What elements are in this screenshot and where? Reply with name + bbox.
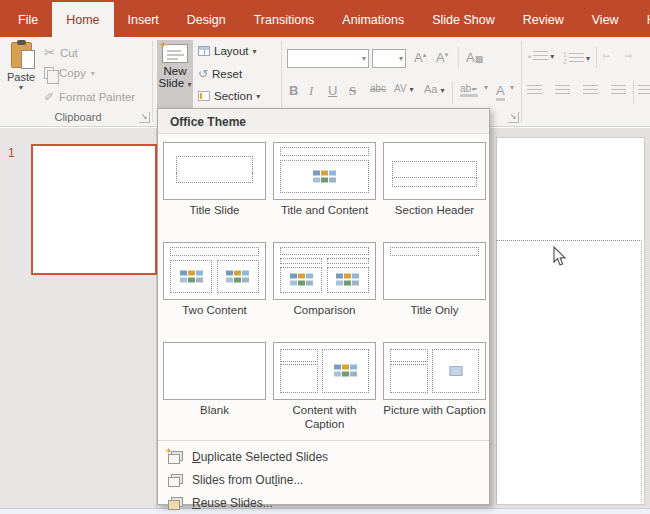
- layout-thumbnail: [163, 342, 266, 400]
- duplicate-slides-icon: ✦: [168, 451, 182, 462]
- layout-title-slide[interactable]: Title Slide: [163, 142, 266, 242]
- new-slide-button[interactable]: ✦ New Slide ▾: [157, 40, 193, 109]
- layout-section-header[interactable]: Section Header: [383, 142, 486, 242]
- tab-help[interactable]: Help: [633, 2, 650, 37]
- content-icons: [288, 273, 314, 286]
- slide-number: 1: [8, 146, 15, 160]
- menu-item-reuse-slides[interactable]: Reuse Slides...: [158, 491, 489, 514]
- paste-dropdown-caret[interactable]: ▾: [4, 83, 38, 92]
- copy-button[interactable]: Copy ▾: [44, 67, 95, 79]
- columns-button[interactable]: [638, 85, 650, 96]
- tab-insert[interactable]: Insert: [114, 2, 173, 37]
- text-shadow-button[interactable]: S: [349, 83, 356, 99]
- layout-thumbnail: [383, 142, 486, 200]
- layout-content-with-caption[interactable]: Content with Caption: [273, 342, 376, 434]
- menu-item-slides-from-outline[interactable]: Slides from Outline...: [158, 468, 489, 491]
- section-button[interactable]: Section ▾: [198, 90, 260, 102]
- content-icons: [333, 364, 359, 377]
- highlight-color-button[interactable]: ab✒: [460, 83, 478, 97]
- layout-button[interactable]: Layout ▾: [198, 45, 257, 57]
- content-placeholder-outline[interactable]: [496, 240, 642, 502]
- menu-separator: [158, 440, 489, 441]
- font-size-dropdown-caret[interactable]: ▾: [399, 54, 403, 63]
- clear-formatting-button[interactable]: A▩: [466, 50, 483, 65]
- group-separator: [521, 41, 522, 122]
- section-dropdown-caret: ▾: [256, 92, 260, 101]
- clipboard-group-label: Clipboard: [18, 111, 138, 123]
- copy-icon: [44, 67, 54, 79]
- slides-from-outline-icon: [168, 474, 182, 485]
- layout-title-only[interactable]: Title Only: [383, 242, 486, 342]
- reset-button[interactable]: ↺ Reset: [198, 67, 242, 81]
- menu-item-duplicate-selected-slides[interactable]: ✦ Duplicate Selected Slides: [158, 445, 489, 468]
- slide-1-thumbnail[interactable]: [31, 144, 157, 275]
- align-right-button[interactable]: [583, 85, 598, 96]
- tab-animations[interactable]: Animations: [328, 2, 418, 37]
- content-icons: [335, 273, 361, 286]
- highlight-dropdown-caret[interactable]: ▾: [484, 83, 488, 92]
- justify-button[interactable]: [611, 85, 626, 96]
- font-name-combobox[interactable]: ▾: [287, 49, 369, 68]
- layout-title-and-content[interactable]: Title and Content: [273, 142, 376, 242]
- layout-comparison[interactable]: Comparison: [273, 242, 376, 342]
- change-case-button[interactable]: Aa ▾: [424, 83, 445, 95]
- font-color-dropdown-caret[interactable]: ▾: [510, 83, 514, 92]
- layout-dropdown-caret: ▾: [253, 47, 257, 56]
- paste-button[interactable]: Paste ▾: [4, 40, 38, 112]
- layout-thumbnail: [383, 342, 486, 400]
- layout-picture-with-caption[interactable]: Picture with Caption: [383, 342, 486, 434]
- tab-slide-show[interactable]: Slide Show: [418, 2, 509, 37]
- tab-home[interactable]: Home: [52, 2, 113, 37]
- format-painter-button[interactable]: ✐ Format Painter: [44, 90, 135, 104]
- numbering-button[interactable]: 12▾: [563, 51, 590, 65]
- office-theme-header: Office Theme: [158, 109, 489, 134]
- tab-review[interactable]: Review: [509, 2, 578, 37]
- layout-blank[interactable]: Blank: [163, 342, 266, 434]
- font-dialog-launcher[interactable]: ↘: [508, 112, 519, 123]
- mini-separator: [596, 47, 597, 68]
- increase-font-size-button[interactable]: A▴: [414, 50, 426, 65]
- increase-indent-button[interactable]: ⇨: [625, 51, 633, 61]
- align-left-button[interactable]: [527, 85, 542, 96]
- layout-thumbnail: [163, 142, 266, 200]
- layout-icon: [198, 46, 210, 56]
- section-icon: [198, 91, 210, 101]
- font-name-dropdown-caret[interactable]: ▾: [362, 54, 366, 63]
- align-center-button[interactable]: [555, 85, 570, 96]
- mini-separator: [633, 81, 634, 104]
- mini-separator: [458, 47, 459, 68]
- strikethrough-button[interactable]: abc: [370, 83, 386, 94]
- new-slide-dropdown: Office Theme Title Slide: [157, 108, 490, 505]
- reset-icon: ↺: [198, 67, 208, 81]
- slide-thumbnail-panel: 1: [0, 128, 157, 508]
- italic-button[interactable]: I: [309, 83, 313, 99]
- bullets-button[interactable]: •▾: [528, 51, 554, 62]
- mouse-cursor: [552, 246, 567, 267]
- bold-button[interactable]: B: [289, 83, 298, 98]
- layout-thumbnail: [273, 242, 376, 300]
- font-color-button[interactable]: A: [496, 83, 505, 101]
- paste-clipboard-icon: [11, 42, 32, 68]
- mini-separator: [452, 81, 453, 104]
- group-separator: [152, 41, 153, 122]
- layout-two-content[interactable]: Two Content: [163, 242, 266, 342]
- character-spacing-button[interactable]: AV ▾: [394, 83, 413, 94]
- font-size-combobox[interactable]: ▾: [372, 49, 406, 68]
- tab-transitions[interactable]: Transitions: [240, 2, 329, 37]
- slide-canvas[interactable]: [496, 137, 645, 505]
- tab-file[interactable]: File: [4, 2, 52, 37]
- picture-icon: [449, 366, 462, 376]
- content-icons: [225, 270, 251, 283]
- tab-design[interactable]: Design: [173, 2, 240, 37]
- underline-button[interactable]: U: [328, 83, 337, 98]
- content-icons: [178, 270, 204, 283]
- ribbon-tab-bar: File Home Insert Design Transitions Anim…: [0, 0, 650, 37]
- clipboard-dialog-launcher[interactable]: ↘: [139, 112, 150, 123]
- layout-thumbnail: [383, 242, 486, 300]
- layout-gallery: Title Slide Title and Content: [158, 134, 489, 434]
- decrease-font-size-button[interactable]: A▾: [436, 50, 448, 65]
- decrease-indent-button[interactable]: ⇦: [602, 51, 610, 61]
- format-painter-icon: ✐: [44, 90, 54, 104]
- cut-button[interactable]: ✂ Cut: [44, 45, 78, 60]
- tab-view[interactable]: View: [578, 2, 633, 37]
